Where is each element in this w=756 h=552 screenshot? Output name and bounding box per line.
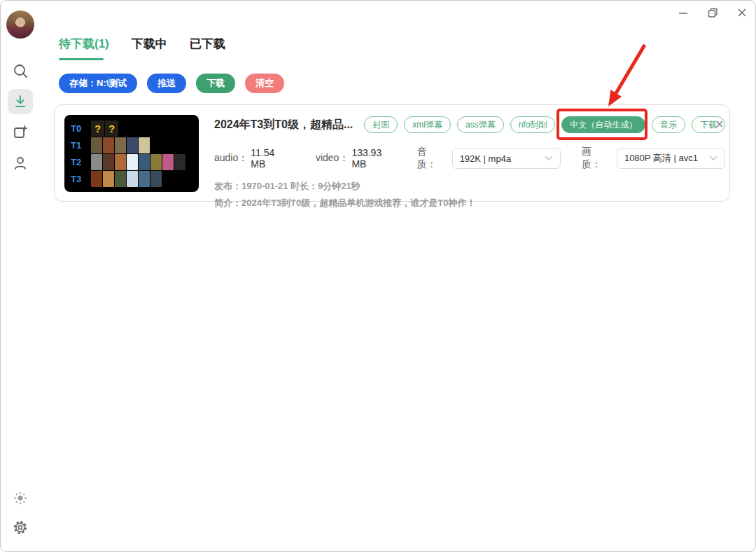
video-quality-select[interactable]: 1080P 高清 | avc1	[617, 148, 725, 169]
active-tab-underline	[59, 58, 104, 60]
audio-quality-label: 音质：	[417, 146, 447, 171]
badge-xml-danmaku[interactable]: xml弹幕	[404, 116, 451, 133]
push-button[interactable]: 推送	[147, 74, 186, 93]
sun-icon	[13, 490, 28, 506]
import-icon	[13, 125, 28, 140]
settings-button[interactable]	[8, 515, 33, 540]
download-icon	[13, 94, 28, 109]
close-button[interactable]	[736, 6, 748, 19]
badge-nfo-scrape[interactable]: nfo刮削	[510, 116, 556, 133]
description: 简介：2024年T3到T0级，超精品单机游戏推荐，谁才是T0神作！	[214, 197, 725, 209]
user-icon	[13, 156, 28, 171]
tab-pending[interactable]: 待下载(1)	[59, 36, 109, 60]
minimize-button[interactable]	[677, 6, 690, 19]
download-item-card: T0?? T1 T2 T3 2024年T3到T0级，超精品... 封面 xml弹…	[54, 104, 730, 202]
card-content: 2024年T3到T0级，超精品... 封面 xml弹幕 ass弹幕 nfo刮削 …	[214, 115, 725, 191]
tab-bar: 待下载(1) 下载中 已下载	[59, 36, 225, 60]
video-thumbnail: T0?? T1 T2 T3	[64, 115, 199, 192]
audio-size: 11.54 MB	[251, 147, 292, 170]
audio-label: audio：	[214, 152, 248, 165]
video-title: 2024年T3到T0级，超精品...	[214, 118, 353, 132]
media-info-row: audio： 11.54 MB video： 133.93 MB 音质： 192…	[214, 146, 725, 171]
tab-downloaded[interactable]: 已下载	[190, 36, 225, 60]
video-label: video：	[316, 152, 349, 165]
sidebar-item-user[interactable]	[8, 151, 33, 176]
sidebar-item-import[interactable]	[8, 120, 33, 145]
chevron-down-icon	[709, 156, 718, 161]
audio-quality-select[interactable]: 192K | mp4a	[452, 148, 561, 169]
storage-path-button[interactable]: 存储：N:\测试	[59, 74, 137, 93]
window-controls	[677, 6, 748, 19]
tab-downloading[interactable]: 下载中	[132, 36, 167, 60]
video-size: 133.93 MB	[351, 147, 398, 170]
avatar[interactable]	[6, 11, 34, 39]
badge-music[interactable]: 音乐	[652, 116, 685, 133]
clear-button[interactable]: 清空	[245, 74, 284, 93]
badge-ass-danmaku[interactable]: ass弹幕	[457, 116, 504, 133]
search-icon[interactable]	[8, 58, 33, 83]
theme-toggle[interactable]	[8, 485, 33, 511]
publish-info: 发布：1970-01-21 时长：9分钟21秒	[214, 180, 725, 193]
video-quality-label: 画质：	[582, 146, 611, 171]
badge-cover[interactable]: 封面	[364, 116, 398, 133]
restore-button[interactable]	[706, 6, 719, 19]
title-row: 2024年T3到T0级，超精品... 封面 xml弹幕 ass弹幕 nfo刮削 …	[214, 116, 725, 133]
remove-item-icon[interactable]: ✕	[715, 118, 724, 131]
download-button[interactable]: 下载	[196, 74, 235, 93]
toolbar: 存储：N:\测试 推送 下载 清空	[59, 74, 284, 93]
sidebar-item-downloads[interactable]	[8, 89, 33, 114]
chevron-down-icon	[545, 156, 553, 161]
badge-chinese-auto-subtitle[interactable]: 中文（自动生成）	[561, 116, 645, 133]
sidebar	[1, 1, 40, 551]
app-window: 待下载(1) 下载中 已下载 存储：N:\测试 推送 下载 清空 T0?? T1…	[0, 0, 756, 552]
gear-icon	[12, 519, 29, 536]
